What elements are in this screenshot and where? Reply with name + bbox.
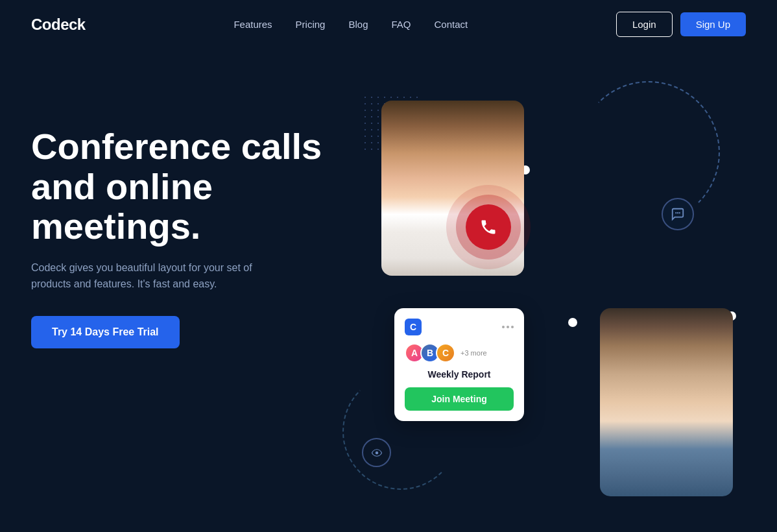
nav-contact[interactable]: Contact — [435, 19, 468, 30]
meeting-avatars: A B C +3 more — [405, 343, 514, 363]
navbar: Codeck Features Pricing Blog FAQ Contact… — [0, 0, 777, 49]
avatar-person-3: C — [437, 345, 454, 361]
hero-subtitle: Codeck gives you beautiful layout for yo… — [31, 260, 291, 293]
nav-actions: Login Sign Up — [616, 12, 746, 37]
hero-right: C A B C +3 more Weekly Report Join Me — [342, 88, 746, 529]
hero-title-line1: Conference calls — [31, 126, 322, 167]
nav-faq[interactable]: FAQ — [392, 19, 411, 30]
chat-bubble-icon — [662, 198, 694, 230]
nav-pricing[interactable]: Pricing — [296, 19, 326, 30]
nav-features[interactable]: Features — [233, 19, 272, 30]
man-portrait — [600, 308, 733, 496]
call-button[interactable] — [466, 204, 511, 250]
signup-button[interactable]: Sign Up — [680, 12, 746, 36]
woman-portrait — [381, 101, 524, 276]
meeting-card-header: C — [405, 319, 514, 335]
svg-point-1 — [677, 212, 678, 213]
meeting-card: C A B C +3 more Weekly Report Join Me — [394, 308, 524, 421]
trial-button[interactable]: Try 14 Days Free Trial — [31, 316, 180, 348]
hero-title-line2: and online meetings. — [31, 166, 213, 247]
svg-point-3 — [375, 451, 378, 454]
svg-point-0 — [675, 212, 676, 213]
hero-section: Conference calls and online meetings. Co… — [0, 49, 777, 529]
meeting-logo-letter: C — [410, 322, 416, 332]
hero-left: Conference calls and online meetings. Co… — [31, 88, 342, 348]
arrow-circle-icon — [362, 438, 391, 467]
dashed-arc-decoration — [577, 81, 720, 224]
join-meeting-button[interactable]: Join Meeting — [405, 387, 514, 411]
brand-logo[interactable]: Codeck — [31, 16, 86, 34]
video-man — [600, 308, 733, 496]
meeting-title: Weekly Report — [405, 369, 514, 380]
meeting-logo: C — [405, 319, 422, 335]
login-button[interactable]: Login — [616, 12, 673, 37]
brand-name: Codeck — [31, 16, 86, 33]
video-woman — [381, 101, 524, 276]
svg-point-2 — [679, 212, 680, 213]
nav-blog[interactable]: Blog — [348, 19, 368, 30]
meeting-menu-dots[interactable] — [502, 326, 514, 328]
nav-links: Features Pricing Blog FAQ Contact — [233, 19, 468, 30]
arc-dot-bottom — [568, 318, 577, 327]
hero-title: Conference calls and online meetings. — [31, 127, 342, 247]
avatar-3: C — [436, 343, 455, 363]
avatar-more-count: +3 more — [460, 349, 487, 357]
